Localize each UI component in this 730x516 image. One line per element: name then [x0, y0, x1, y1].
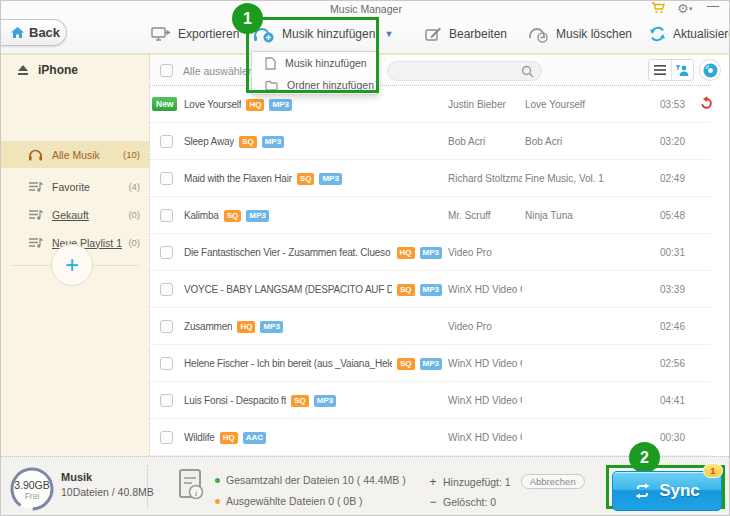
song-title-group: Die Fantastischen Vier - Zusammen feat. … [184, 234, 442, 271]
song-duration: 03:20 [640, 136, 685, 147]
free-space-label: Frei [9, 491, 55, 501]
row-checkbox[interactable] [160, 431, 173, 444]
quality-badge: SQ [291, 395, 309, 407]
song-artist: WinX HD Video C... [448, 432, 522, 443]
song-title: VOYCE - BABY LANGSAM (DESPACITO AUF DEUT… [184, 284, 392, 295]
song-title-group: Wildlife HQ AAC [184, 419, 266, 456]
free-space-value: 3.90GB [9, 479, 55, 491]
table-row[interactable]: Luis Fonsi - Despacito ft SQ MP3 WinX HD… [150, 382, 711, 419]
row-checkbox[interactable] [160, 394, 173, 407]
annotation-step-1: 1 [232, 3, 263, 34]
cancel-button[interactable]: Abbrechen [521, 474, 585, 489]
section-files: 10Dateien / 40.8MB [61, 486, 154, 498]
song-title: Die Fantastischen Vier - Zusammen feat. … [184, 247, 392, 258]
sync-button[interactable]: Sync [612, 471, 722, 511]
minus-icon: − [429, 495, 437, 509]
select-all-checkbox[interactable] [160, 64, 173, 77]
add-music-button[interactable]: Musik hinzufügen ▼ [253, 23, 393, 45]
song-artist: Video Pro [448, 321, 522, 332]
sidebar-item-alle-musik[interactable]: Alle Musik (10) [1, 141, 149, 168]
section-name: Musik [61, 471, 154, 483]
annotation-step-2: 2 [629, 442, 660, 473]
row-checkbox[interactable] [160, 283, 173, 296]
table-row[interactable]: New Love Yourself HQ MP3 Justin Bieber L… [150, 86, 711, 123]
song-title-group: VOYCE - BABY LANGSAM (DESPACITO AUF DEUT… [184, 271, 442, 308]
table-row[interactable]: Wildlife HQ AAC WinX HD Video C... 00:30 [150, 419, 711, 456]
song-title-group: Kalimba SQ MP3 [184, 197, 269, 234]
row-checkbox[interactable] [160, 320, 173, 333]
search-input[interactable] [398, 64, 518, 79]
menu-item-musik-hinzufuegen[interactable]: Musik hinzufügen [252, 52, 376, 74]
menu-item-ordner-hinzufuegen[interactable]: Ordner hinzufügen [252, 74, 376, 96]
device-header: iPhone [17, 63, 78, 77]
song-artist: WinX HD Video C... [448, 395, 522, 406]
song-artist: Richard Stoltzman [448, 173, 522, 184]
format-badge: MP3 [420, 358, 442, 370]
row-checkbox[interactable] [160, 209, 173, 222]
storage-gauge: 3.90GB Frei [9, 466, 55, 512]
table-row[interactable]: Zusammen HQ MP3 Video Pro 02:46 [150, 308, 711, 345]
sync-label: Sync [659, 481, 700, 501]
undo-icon[interactable] [699, 96, 713, 110]
song-title: Sleep Away [184, 136, 234, 147]
quality-badge: SQ [224, 210, 242, 222]
sidebar-item-gekauft[interactable]: Gekauft (0) [1, 201, 149, 228]
sync-icon [634, 483, 651, 499]
row-checkbox[interactable] [160, 172, 173, 185]
song-artist: WinX HD Video C... [448, 284, 522, 295]
cart-icon[interactable] [651, 2, 665, 14]
row-checkbox[interactable] [160, 357, 173, 370]
quality-badge: HQ [237, 321, 255, 333]
eject-icon[interactable] [17, 65, 29, 76]
edit-icon [425, 26, 442, 42]
add-playlist-button[interactable]: + [51, 244, 93, 286]
refresh-icon [649, 26, 666, 42]
song-duration: 00:31 [640, 247, 685, 258]
quality-badge: HQ [220, 432, 238, 444]
back-button[interactable]: Back [1, 19, 67, 46]
song-duration: 02:56 [640, 358, 685, 369]
table-row[interactable]: Die Fantastischen Vier - Zusammen feat. … [150, 234, 711, 271]
song-artist: Mr. Scruff [448, 210, 522, 221]
divider [147, 465, 148, 509]
format-badge: MP3 [319, 173, 341, 185]
playlist-icon [28, 209, 43, 221]
added-stat: + Hinzugefügt: 1 Abbrechen [429, 474, 585, 489]
row-checkbox[interactable] [160, 135, 173, 148]
song-title: Love Yourself [184, 99, 241, 110]
home-icon [11, 27, 24, 39]
total-files-stat: Gesamtzahl der Dateien 10 ( 44.4MB ) [215, 474, 406, 486]
format-badge: MP3 [260, 321, 282, 333]
song-title: Zusammen [184, 321, 232, 332]
table-row[interactable]: Kalimba SQ MP3 Mr. Scruff Ninja Tuna 05:… [150, 197, 711, 234]
song-artist: Video Pro [448, 247, 522, 258]
export-button[interactable]: Exportieren [151, 23, 239, 45]
music-manager-window: Music Manager ⚙ ▾ — Back Exportieren Mus… [0, 0, 730, 516]
delete-music-button[interactable]: Musik löschen [528, 23, 632, 45]
song-album: Bob Acri [525, 136, 635, 147]
table-row[interactable]: Sleep Away SQ MP3 Bob Acri Bob Acri 03:2… [150, 123, 711, 160]
row-checkbox[interactable] [160, 246, 173, 259]
minimize-button[interactable]: — [707, 0, 719, 13]
add-music-dropdown: Musik hinzufügen Ordner hinzufügen [251, 51, 377, 95]
format-badge: MP3 [420, 284, 442, 296]
quality-badge: SQ [297, 173, 315, 185]
quality-badge: SQ [397, 284, 415, 296]
info-icon: i [177, 469, 205, 503]
table-row[interactable]: Helene Fischer - Ich bin bereit (aus _Va… [150, 345, 711, 382]
headphones-icon [28, 148, 43, 161]
sidebar-item-favorite[interactable]: Favorite (4) [1, 173, 149, 200]
song-duration: 03:39 [640, 284, 685, 295]
table-row[interactable]: VOYCE - BABY LANGSAM (DESPACITO AUF DEUT… [150, 271, 711, 308]
list-view-icon[interactable] [649, 60, 671, 80]
refresh-button[interactable]: Aktualisieren [649, 23, 730, 45]
toolbar: Back Exportieren Musik hinzufügen ▼ Bear… [1, 15, 730, 55]
edit-button[interactable]: Bearbeiten [425, 23, 507, 45]
album-view-icon[interactable] [699, 59, 721, 81]
artist-view-icon[interactable] [671, 60, 694, 80]
gear-icon[interactable]: ⚙ [677, 1, 689, 16]
song-artist: Bob Acri [448, 136, 522, 147]
folder-icon [265, 80, 278, 91]
list-header: Alle auswählen [150, 55, 711, 86]
table-row[interactable]: Maid with the Flaxen Hair SQ MP3 Richard… [150, 160, 711, 197]
